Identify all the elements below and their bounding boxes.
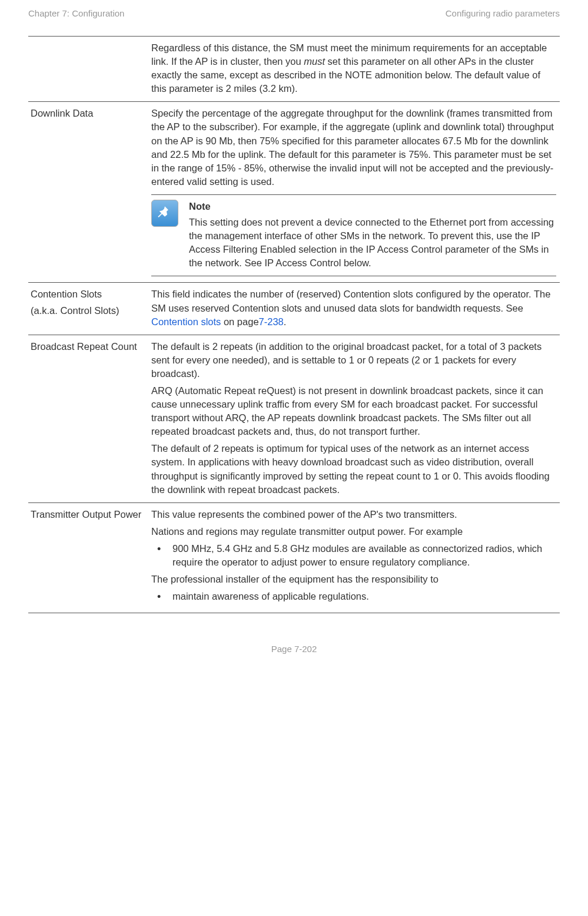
body-text: Regardless of this distance, the SM must… (151, 41, 556, 95)
page-footer: Page 7-202 (28, 643, 560, 655)
page-ref-link[interactable]: 7-238 (259, 316, 284, 327)
table-row: Transmitter Output Power This value repr… (28, 502, 560, 613)
note-text: This setting does not prevent a device c… (189, 216, 556, 270)
attribute-cell: Downlink Data (28, 102, 149, 283)
contention-slots-link[interactable]: Contention slots (151, 316, 221, 327)
table-row: Broadcast Repeat Count The default is 2 … (28, 335, 560, 502)
description-cell: The default is 2 repeats (in addition to… (149, 335, 560, 502)
body-text: The default of 2 repeats is optimum for … (151, 442, 556, 496)
attribute-subname: (a.k.a. Control Slots) (31, 304, 145, 318)
description-cell: Regardless of this distance, the SM must… (149, 37, 560, 102)
note-body: Note This setting does not prevent a dev… (189, 200, 556, 270)
note-icon (151, 200, 178, 227)
attribute-cell: Broadcast Repeat Count (28, 335, 149, 502)
attribute-name: Broadcast Repeat Count (31, 340, 145, 353)
body-text: This value represents the combined power… (151, 508, 556, 521)
bullet-list: maintain awareness of applicable regulat… (151, 590, 556, 603)
table-row: Regardless of this distance, the SM must… (28, 37, 560, 102)
body-text: Nations and regions may regulate transmi… (151, 525, 556, 538)
attribute-name: Downlink Data (31, 107, 145, 120)
attribute-cell: Transmitter Output Power (28, 502, 149, 613)
body-text: ARQ (Automatic Repeat reQuest) is not pr… (151, 384, 556, 438)
body-text: Specify the percentage of the aggregate … (151, 107, 556, 189)
description-cell: This field indicates the number of (rese… (149, 283, 560, 335)
body-text: This field indicates the number of (rese… (151, 287, 556, 328)
table-row: Contention Slots (a.k.a. Control Slots) … (28, 283, 560, 335)
bullet-list: 900 MHz, 5.4 GHz and 5.8 GHz modules are… (151, 542, 556, 569)
note-title: Note (189, 200, 556, 213)
attribute-name: Transmitter Output Power (31, 508, 145, 521)
header-left: Chapter 7: Configuration (28, 7, 124, 19)
body-text: The default is 2 repeats (in addition to… (151, 340, 556, 381)
attribute-cell (28, 37, 149, 102)
parameter-table: Regardless of this distance, the SM must… (28, 36, 560, 613)
page-header: Chapter 7: Configuration Configuring rad… (28, 7, 560, 19)
header-right: Configuring radio parameters (446, 7, 560, 19)
description-cell: Specify the percentage of the aggregate … (149, 102, 560, 283)
attribute-name: Contention Slots (31, 287, 145, 301)
description-cell: This value represents the combined power… (149, 502, 560, 613)
attribute-cell: Contention Slots (a.k.a. Control Slots) (28, 283, 149, 335)
list-item: 900 MHz, 5.4 GHz and 5.8 GHz modules are… (154, 542, 556, 569)
table-row: Downlink Data Specify the percentage of … (28, 102, 560, 283)
list-item: maintain awareness of applicable regulat… (154, 590, 556, 603)
body-text: The professional installer of the equipm… (151, 573, 556, 586)
pushpin-icon (157, 205, 173, 221)
note-box: Note This setting does not prevent a dev… (151, 194, 556, 276)
